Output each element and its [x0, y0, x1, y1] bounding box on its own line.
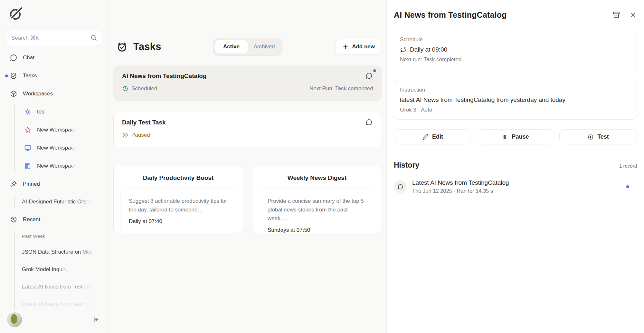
search-icon	[90, 34, 97, 41]
task-status-label: Paused	[131, 132, 150, 138]
test-label: Test	[597, 133, 609, 140]
workspace-item-label: test	[37, 109, 46, 115]
sidebar-item-workspaces[interactable]: Workspaces	[5, 85, 104, 103]
recent-item[interactable]: Latest AI News from TestingC	[14, 278, 104, 296]
pencil-icon	[422, 134, 429, 140]
page-title-wrap: Tasks	[113, 41, 161, 53]
suggestion-description: Provide a concise summary of the top 5 g…	[268, 197, 366, 223]
workspace-item-new-1[interactable]: New Workspace	[14, 121, 104, 139]
tasks-header: Tasks Active Archived Add new	[113, 38, 382, 56]
speech-bubble-icon[interactable]	[365, 72, 373, 79]
task-row-ai-news[interactable]: AI News from TestingCatalog Scheduled Ne…	[113, 65, 382, 101]
sidebar-item-label: Tasks	[23, 73, 37, 79]
edit-label: Edit	[432, 133, 443, 140]
suggestion-preview: Suggest 3 actionable productivity tips f…	[120, 189, 236, 233]
sidebar-item-recent[interactable]: Recent	[5, 211, 104, 229]
tasks-filter-toggle: Active Archived	[213, 38, 282, 56]
instruction-value: latest AI News from TestingCatalog from …	[400, 94, 631, 105]
add-new-label: Add new	[352, 44, 375, 50]
collapse-sidebar-icon	[92, 316, 99, 324]
clock-icon	[122, 85, 128, 92]
schedule-value: Daily at 09:00	[400, 44, 631, 55]
collapse-sidebar-button[interactable]	[90, 315, 101, 325]
suggestion-card-news-digest[interactable]: Weekly News Digest Provide a concise sum…	[252, 166, 382, 233]
add-new-task-button[interactable]: Add new	[335, 39, 382, 55]
history-item[interactable]: Latest AI News from TestingCatalog Thu J…	[394, 179, 637, 194]
task-title: Daily Test Task	[122, 119, 373, 126]
monitor-icon	[24, 144, 32, 152]
schedule-next-run: Next run: Task completed	[400, 55, 631, 64]
archive-task-button[interactable]	[612, 11, 620, 19]
workspace-item-test[interactable]: test	[14, 103, 104, 121]
sidebar-item-tasks[interactable]: Tasks	[5, 67, 104, 85]
pause-button[interactable]: Pause	[477, 129, 554, 144]
history-icon	[10, 216, 17, 223]
page-title: Tasks	[133, 41, 161, 53]
instruction-model: Grok 3 · Auto	[400, 105, 631, 114]
recent-item-label: Latest AI News from TestingC	[22, 284, 94, 290]
schedule-label: Schedule	[400, 35, 631, 44]
calculator-icon	[24, 162, 32, 170]
recent-sublist: Past Week JSON Data Structure on Mobi Gr…	[14, 229, 104, 310]
search-input[interactable]	[11, 35, 87, 41]
pin-icon	[10, 180, 17, 188]
chat-bubble-icon	[10, 54, 17, 62]
workspace-item-label: New Workspace	[37, 127, 77, 133]
suggestion-title: Weekly News Digest	[259, 174, 375, 181]
task-title: AI News from TestingCatalog	[122, 73, 373, 80]
panel-title: AI News from TestingCatalog	[394, 10, 507, 20]
history-count: 1 record	[619, 163, 637, 169]
history-item-meta: Thu Jun 12 2025 · Ran for 14.35 s	[412, 188, 509, 194]
suggestion-card-productivity[interactable]: Daily Productivity Boost Suggest 3 actio…	[113, 166, 243, 233]
pinned-item[interactable]: AI-Designed Futuristic City In	[14, 193, 104, 211]
panel-header-icons	[612, 11, 637, 19]
user-avatar[interactable]	[7, 312, 22, 327]
suggestion-title: Daily Productivity Boost	[120, 174, 236, 181]
suggestion-schedule: Daily at 07:40	[129, 218, 228, 225]
grok-logo	[8, 6, 23, 21]
task-status-row: Paused	[122, 132, 373, 138]
cube-icon	[10, 90, 17, 98]
sun-icon	[24, 108, 32, 116]
suggestion-cards: Daily Productivity Boost Suggest 3 actio…	[113, 166, 382, 233]
edit-button[interactable]: Edit	[394, 129, 471, 144]
speech-bubble-icon[interactable]	[365, 119, 373, 126]
tab-archived[interactable]: Archived	[248, 40, 280, 54]
workspaces-sublist: test New Workspace New Workspace	[14, 103, 104, 175]
sidebar-nav: Chat Tasks Workspaces	[5, 49, 104, 310]
task-row-daily-test[interactable]: Daily Test Task Paused	[113, 112, 382, 147]
instruction-card: Instruction latest AI News from TestingC…	[394, 80, 637, 120]
task-list: AI News from TestingCatalog Scheduled Ne…	[113, 65, 382, 147]
recent-item[interactable]: JSON Data Structure on Mobi	[14, 243, 104, 261]
repeat-icon	[400, 46, 406, 53]
app: Chat Tasks Workspaces	[0, 0, 644, 333]
suggestion-preview: Provide a concise summary of the top 5 g…	[259, 189, 375, 233]
close-icon	[630, 11, 637, 19]
sidebar: Chat Tasks Workspaces	[0, 0, 109, 333]
recent-item[interactable]: Latest AI News from TestingC	[14, 296, 104, 310]
task-next-run: Next Run: Task completed	[309, 85, 373, 92]
schedule-value-text: Daily at 09:00	[410, 44, 447, 55]
test-button[interactable]: Test	[559, 129, 637, 144]
search-bar[interactable]	[5, 30, 104, 46]
archive-icon	[612, 11, 620, 19]
task-status: Paused	[122, 132, 150, 138]
recent-group-label: Past Week	[14, 229, 104, 243]
sidebar-item-label: Workspaces	[23, 91, 53, 97]
history-title: History	[394, 161, 419, 170]
sidebar-item-chat[interactable]: Chat	[5, 49, 104, 67]
instruction-label: Instruction	[400, 85, 631, 94]
history-item-title: Latest AI News from TestingCatalog	[412, 179, 509, 186]
workspace-item-new-2[interactable]: New Workspace	[14, 139, 104, 157]
sidebar-item-label: Pinned	[23, 181, 40, 187]
close-panel-button[interactable]	[630, 11, 637, 19]
panel-header: AI News from TestingCatalog	[394, 8, 637, 22]
tab-active[interactable]: Active	[215, 40, 248, 54]
recent-item[interactable]: Grok Model Inquiry	[14, 261, 104, 278]
history-unread-dot	[626, 185, 629, 188]
alarm-check-icon	[10, 72, 17, 80]
workspace-item-new-3[interactable]: New Workspace	[14, 157, 104, 175]
history-item-avatar	[394, 180, 407, 193]
play-circle-icon	[587, 134, 594, 140]
sidebar-item-pinned[interactable]: Pinned	[5, 175, 104, 193]
